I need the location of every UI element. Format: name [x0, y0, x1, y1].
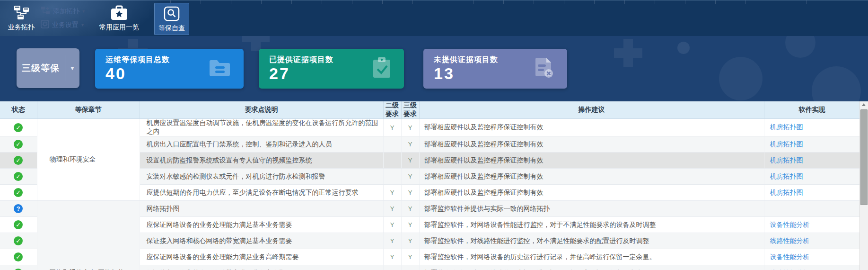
add-topology-label: 添加拓扑: [53, 7, 79, 16]
briefcase-star-icon: [97, 5, 141, 22]
software-cell: 机房拓扑图: [764, 169, 860, 185]
topology-icon: [6, 5, 37, 22]
status-cell: ✓: [0, 185, 37, 201]
requirement-cell: 机房出入口应配置电子门禁系统，控制、鉴别和记录进入的人员: [140, 136, 383, 153]
advice-cell: 部署监控软件，对网络设备的历史运行进行记录，并使高峰运行保留一定余量。: [419, 249, 764, 265]
evidence-missing-card[interactable]: 未提供证据项目数 13: [423, 49, 567, 89]
table-row[interactable]: ?网络和通信安全-网络架构网络拓扑图YY部署监控软件并提供与实际一致的网络拓扑: [0, 201, 860, 217]
status-pass-icon: ✓: [14, 140, 23, 149]
status-cell: ✓: [0, 119, 37, 136]
toolbar-top-highlight: [0, 0, 868, 0]
level3-cell: Y: [401, 136, 419, 153]
level3-cell: Y: [401, 169, 419, 185]
magnifier-icon: [155, 6, 189, 23]
add-topology-icon: [41, 6, 50, 16]
vertical-scrollbar[interactable]: [859, 101, 868, 270]
chevron-down-icon: ▾: [81, 22, 84, 27]
business-settings-label: 业务设置: [52, 21, 79, 29]
requirement-cell: 保证接入网络和核心网络的带宽满足业务高峰期需要: [140, 265, 383, 270]
evidence-provided-label: 已提供证据项目数: [269, 55, 333, 65]
requirement-cell: 应提供短期的备用电力供应，至少满足设备在断电情况下的正常运行要求: [140, 185, 383, 201]
level2-cell: Y: [383, 265, 401, 270]
software-cell: 机房拓扑图: [764, 136, 860, 153]
table-row[interactable]: ✓物理和环境安全机房应设置温湿度自动调节设施，使机房温湿度的变化在设备运行所允许…: [0, 119, 860, 136]
business-topology-button[interactable]: 业务拓扑: [6, 5, 37, 32]
total-projects-label: 运维等保项目总数: [105, 55, 170, 65]
document-x-icon: [534, 57, 555, 81]
level2-cell: Y: [383, 119, 401, 136]
compliance-self-check-button-selected[interactable]: 等保自查: [154, 3, 189, 35]
advice-cell: 部署相应硬件以及监控程序保证控制有效: [419, 153, 764, 169]
status-pass-icon: ✓: [14, 236, 23, 245]
software-cell: 机房拓扑图: [764, 153, 860, 169]
level2-cell: Y: [383, 249, 401, 265]
protection-level-value: 三级等保: [17, 62, 65, 74]
scroll-up-icon[interactable]: [862, 103, 866, 106]
compliance-self-check-label: 等保自查: [158, 24, 185, 32]
folder-icon: [209, 58, 231, 79]
software-cell: 线路性能分析: [764, 265, 860, 270]
evidence-provided-card[interactable]: 已提供证据项目数 27: [259, 49, 404, 89]
header-status: 状态: [0, 101, 37, 119]
status-cell: ✓: [0, 249, 37, 265]
level3-cell: Y: [401, 217, 419, 233]
protection-level-dropdown[interactable]: 三级等保 ▼: [17, 48, 79, 88]
level2-cell: Y: [383, 217, 401, 233]
header-level3: 三级要求: [401, 101, 419, 119]
circle-decoration: [719, 57, 763, 100]
advice-cell: 部署监控软件并提供与实际一致的网络拓扑: [419, 201, 764, 217]
header-advice: 操作建议: [419, 101, 764, 119]
status-pass-icon: ✓: [14, 220, 23, 229]
circle-decoration: [812, 66, 861, 101]
status-pass-icon: ✓: [14, 252, 23, 261]
status-cell: ✓: [0, 217, 37, 233]
common-apps-button[interactable]: 常用应用一览: [97, 5, 141, 32]
software-cell: 设备性能分析: [764, 249, 860, 265]
status-cell: ?: [0, 201, 37, 217]
table-header-row: 状态 等保章节 要求点说明 二级要求 三级要求 操作建议 软件实现: [0, 101, 860, 119]
advice-cell: 部署相应硬件以及监控程序保证控制有效: [419, 136, 764, 153]
level3-cell: Y: [401, 249, 419, 265]
level3-cell: [401, 265, 419, 270]
level2-cell: Y: [383, 201, 401, 217]
software-link[interactable]: 机房拓扑图: [770, 123, 803, 131]
common-apps-label: 常用应用一览: [99, 23, 139, 31]
level2-cell: Y: [383, 233, 401, 249]
advice-cell: 部署监控软件，对网络线路的历史运行进行记录，并使高峰运行保留一定余量。: [419, 265, 764, 270]
compliance-table: 状态 等保章节 要求点说明 二级要求 三级要求 操作建议 软件实现 ✓物理和环境…: [0, 101, 860, 270]
table-body: ✓物理和环境安全机房应设置温湿度自动调节设施，使机房温湿度的变化在设备运行所允许…: [0, 119, 860, 270]
software-cell: 机房拓扑图: [764, 185, 860, 201]
advice-cell: 部署相应硬件以及监控程序保证控制有效: [419, 119, 764, 136]
status-cell: ✓: [0, 153, 37, 169]
status-question-icon: ?: [14, 204, 23, 213]
advice-cell: 部署相应硬件以及监控程序保证控制有效: [419, 169, 764, 185]
software-link[interactable]: 机房拓扑图: [770, 172, 803, 180]
software-link[interactable]: 设备性能分析: [770, 253, 810, 261]
requirement-cell: 保证接入网络和核心网络的带宽满足基本业务需要: [140, 233, 383, 249]
settings-icon: [41, 20, 49, 30]
header-chapter: 等保章节: [37, 101, 140, 119]
evidence-provided-value: 27: [269, 64, 290, 83]
requirement-cell: 应保证网络设备的业务处理能力满足基本业务需要: [140, 217, 383, 233]
toolbar-tick-marks: [170, 0, 835, 4]
software-cell: 机房拓扑图: [764, 119, 860, 136]
advice-cell: 部署监控软件，对网络设备性能进行监控，对于不满足性能要求的设备及时调整: [419, 217, 764, 233]
header-requirement: 要求点说明: [140, 101, 383, 119]
level3-cell: Y: [401, 201, 419, 217]
software-link[interactable]: 线路性能分析: [770, 237, 810, 244]
scrollbar-thumb[interactable]: [860, 109, 868, 205]
chapter-cell: 网络和通信安全-网络架构: [37, 201, 140, 270]
level3-cell: Y: [401, 153, 419, 169]
total-projects-card[interactable]: 运维等保项目总数 40: [95, 49, 244, 89]
level2-cell: Y: [383, 185, 401, 201]
requirement-cell: 应保证网络设备的业务处理能力满足业务高峰期需要: [140, 249, 383, 265]
software-link[interactable]: 机房拓扑图: [770, 156, 803, 164]
software-link[interactable]: 机房拓扑图: [770, 140, 803, 148]
level3-cell: Y: [401, 185, 419, 201]
requirement-cell: 机房应设置温湿度自动调节设施，使机房温湿度的变化在设备运行所允许的范围之内: [140, 119, 383, 136]
level2-cell: [383, 136, 401, 153]
status-pass-icon: ✓: [14, 172, 23, 181]
software-link[interactable]: 机房拓扑图: [770, 189, 803, 196]
evidence-missing-label: 未提供证据项目数: [434, 55, 498, 65]
software-link[interactable]: 设备性能分析: [770, 221, 810, 228]
